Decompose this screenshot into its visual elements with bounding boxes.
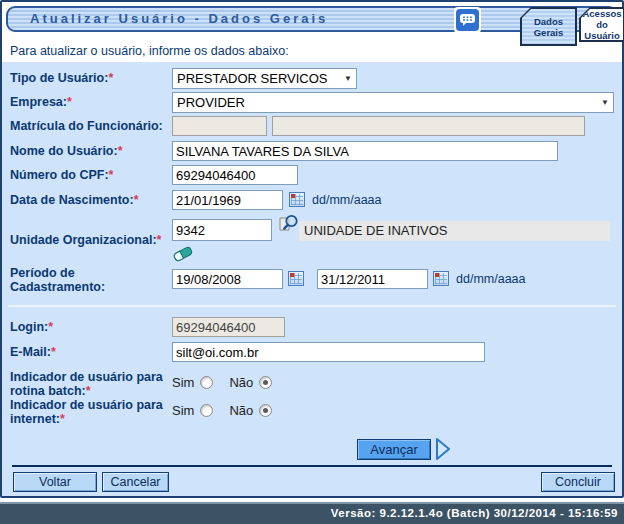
- matricula-input-1: [172, 116, 267, 136]
- batch-sim-label: Sim: [172, 375, 194, 390]
- cpf-input[interactable]: [172, 165, 298, 185]
- chat-button[interactable]: [454, 7, 481, 33]
- internet-sim-label: Sim: [172, 403, 194, 418]
- search-icon[interactable]: [278, 213, 301, 239]
- status-bar: Versão: 9.2.12.1.4o (Batch) 30/12/2014 -…: [0, 502, 624, 524]
- batch-nao-label: Não: [229, 375, 253, 390]
- matricula-input-2: [272, 116, 585, 136]
- email-label: E-Mail:*: [10, 345, 56, 359]
- batch-nao-radio[interactable]: [259, 376, 272, 389]
- login-input: [172, 317, 285, 337]
- periodo-label-line2: Cadastramento:: [10, 280, 105, 294]
- version-text: Versão: 9.2.12.1.4o (Batch) 30/12/2014 -…: [331, 507, 618, 519]
- tab-dados-gerais[interactable]: Dados Gerais: [520, 7, 577, 46]
- cpf-label: Número do CPF:*: [10, 168, 113, 182]
- page-title: Atualizar Usuário - Dados Gerais: [30, 8, 328, 30]
- unidade-organizacional-label: Unidade Organizacional:*: [10, 233, 161, 247]
- tab-dados-gerais-label-line2: Gerais: [534, 27, 564, 38]
- indicador-internet-radio-group: Sim Não: [172, 403, 282, 418]
- date-format-hint: dd/mm/aaaa: [312, 193, 381, 207]
- calendar-icon[interactable]: [433, 271, 449, 286]
- tipo-usuario-select[interactable]: PRESTADOR SERVICOS ▼: [172, 68, 357, 89]
- nome-usuario-input[interactable]: [172, 141, 558, 161]
- internet-nao-radio[interactable]: [259, 404, 272, 417]
- data-nascimento-input[interactable]: [172, 190, 283, 210]
- intro-text: Para atualizar o usuário, informe os dad…: [10, 44, 289, 58]
- periodo-fim-input[interactable]: [317, 269, 428, 289]
- tab-dados-gerais-label-line1: Dados: [534, 16, 563, 27]
- unidade-code-input[interactable]: [172, 219, 272, 241]
- login-label: Login:*: [10, 320, 53, 334]
- nome-usuario-label: Nome do Usuário:*: [10, 144, 123, 158]
- tipo-usuario-label: Tipo de Usuário:*: [10, 71, 113, 85]
- internet-sim-radio[interactable]: [200, 404, 213, 417]
- empresa-select[interactable]: PROVIDER ▼: [172, 92, 614, 113]
- concluir-button[interactable]: Concluir: [541, 472, 615, 492]
- date-format-hint: dd/mm/aaaa: [456, 272, 525, 286]
- empresa-label: Empresa:*: [10, 95, 72, 109]
- eraser-icon[interactable]: [172, 244, 194, 268]
- matricula-label: Matrícula do Funcionário:: [10, 119, 163, 133]
- tipo-usuario-selected-value: PRESTADOR SERVICOS: [177, 71, 328, 86]
- calendar-icon[interactable]: [288, 271, 304, 286]
- tab-acessos-label-line1: Acessos: [582, 8, 621, 19]
- batch-sim-radio[interactable]: [200, 376, 213, 389]
- footer-rule: [12, 465, 612, 467]
- email-input[interactable]: [172, 342, 485, 362]
- tab-acessos-label-line2: do Usuário: [581, 19, 623, 41]
- indicador-batch-radio-group: Sim Não: [172, 375, 282, 390]
- unidade-name-display: UNIDADE DE INATIVOS: [299, 221, 610, 241]
- chat-icon: [456, 9, 479, 31]
- avancar-button[interactable]: Avançar: [357, 439, 431, 460]
- calendar-icon[interactable]: [289, 192, 305, 207]
- forward-arrow-icon[interactable]: [435, 437, 452, 465]
- indicador-batch-label-line1: Indicador de usuário para: [10, 370, 163, 384]
- screen: Atualizar Usuário - Dados Gerais Dados G…: [0, 0, 624, 524]
- voltar-button[interactable]: Voltar: [13, 472, 97, 492]
- cancelar-button[interactable]: Cancelar: [102, 472, 169, 492]
- empresa-selected-value: PROVIDER: [177, 95, 245, 110]
- atualizar-usuario-window: Atualizar Usuário - Dados Gerais Dados G…: [0, 0, 624, 498]
- internet-nao-label: Não: [229, 403, 253, 418]
- indicador-internet-label-line2: internet:*: [10, 412, 65, 426]
- tab-acessos-do-usuario[interactable]: Acessos do Usuário: [579, 7, 624, 42]
- data-nascimento-label: Data de Nascimento:*: [10, 193, 139, 207]
- indicador-batch-label-line2: rotina batch:*: [10, 384, 91, 398]
- section-divider: [8, 305, 616, 307]
- indicador-internet-label-line1: Indicador de usuário para: [10, 398, 163, 412]
- periodo-label-line1: Período de: [10, 266, 75, 280]
- dropdown-arrow-icon: ▼: [595, 98, 609, 107]
- dropdown-arrow-icon: ▼: [338, 74, 352, 83]
- periodo-inicio-input[interactable]: [172, 269, 283, 289]
